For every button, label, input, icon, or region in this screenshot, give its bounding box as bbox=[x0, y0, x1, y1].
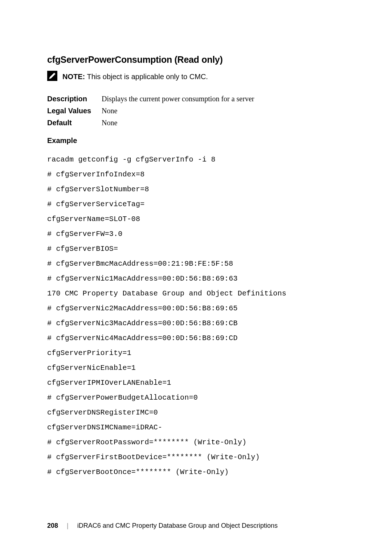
section-title: cfgServerPowerConsumption (Read only) bbox=[47, 54, 356, 65]
note-body: This object is applicable only to CMC. bbox=[85, 73, 208, 81]
info-key-legal-values: Legal Values bbox=[47, 107, 102, 115]
note-block: NOTE: This object is applicable only to … bbox=[47, 72, 356, 82]
info-val-legal-values: None bbox=[102, 107, 117, 115]
example-label: Example bbox=[47, 136, 356, 145]
footer-title: iDRAC6 and CMC Property Database Group a… bbox=[77, 522, 278, 530]
info-val-description: Displays the current power consumption f… bbox=[102, 95, 254, 103]
table-row: Description Displays the current power c… bbox=[47, 95, 356, 103]
table-row: Legal Values None bbox=[47, 107, 356, 115]
page-content: cfgServerPowerConsumption (Read only) NO… bbox=[0, 0, 392, 501]
note-text: NOTE: This object is applicable only to … bbox=[62, 72, 208, 82]
example-code-block: racadm getconfig -g cfgServerInfo -i 8 #… bbox=[47, 152, 356, 479]
page-number: 208 bbox=[47, 522, 58, 530]
pencil-note-icon bbox=[47, 71, 57, 81]
info-key-default: Default bbox=[47, 119, 102, 127]
info-table: Description Displays the current power c… bbox=[47, 95, 356, 127]
footer-separator: | bbox=[67, 522, 69, 530]
table-row: Default None bbox=[47, 119, 356, 127]
info-key-description: Description bbox=[47, 95, 102, 103]
page-footer: 208 | iDRAC6 and CMC Property Database G… bbox=[47, 522, 356, 530]
note-label: NOTE: bbox=[62, 73, 85, 81]
info-val-default: None bbox=[102, 119, 117, 127]
